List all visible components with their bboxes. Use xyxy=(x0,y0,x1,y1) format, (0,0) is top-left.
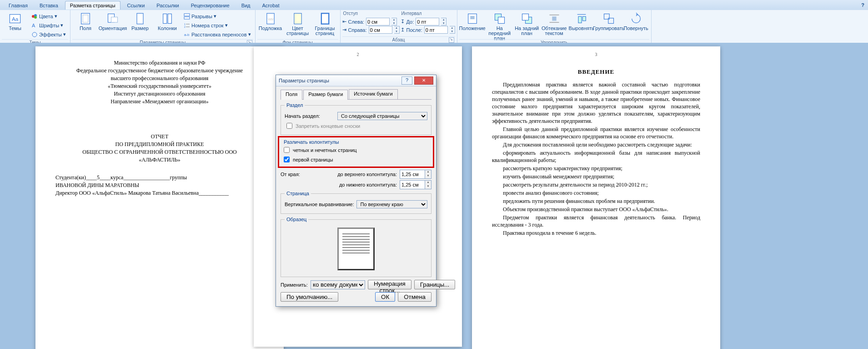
pagecolor-icon xyxy=(291,12,304,25)
svg-rect-23 xyxy=(294,13,301,24)
group-paragraph-title: Абзац↘ xyxy=(342,36,455,43)
indent-right-icon: ⇥ xyxy=(342,27,346,33)
indent-left-spin[interactable]: ▲▼ xyxy=(391,18,397,25)
svg-rect-12 xyxy=(163,14,167,24)
group-themes: Aa Темы Цвета ▾ AШрифты ▾ Эффекты ▾ Темы xyxy=(0,10,70,43)
tab-review[interactable]: Рецензирование xyxy=(186,1,235,10)
help-icon[interactable]: ? xyxy=(861,2,864,8)
orientation-icon xyxy=(106,12,119,25)
svg-point-6 xyxy=(32,32,37,37)
svg-rect-31 xyxy=(552,16,556,20)
tab-home[interactable]: Главная xyxy=(4,1,33,10)
spacing-label: Интервал xyxy=(401,11,455,17)
borders-icon xyxy=(319,12,331,25)
page-color-button[interactable]: Цвет страницы xyxy=(285,11,311,39)
svg-rect-36 xyxy=(582,16,586,20)
line-numbers-button[interactable]: 12Номера строк ▾ xyxy=(181,21,253,30)
svg-rect-15 xyxy=(184,17,190,19)
hyphenation-button[interactable]: a-bРасстановка переносов ▾ xyxy=(181,30,253,39)
svg-rect-35 xyxy=(578,16,582,23)
themes-label: Темы xyxy=(9,26,21,31)
effects-icon xyxy=(31,31,38,38)
ribbon-tabs: Главная Вставка Разметка страницы Ссылки… xyxy=(0,0,868,10)
linenumbers-icon: 12 xyxy=(184,22,190,29)
indent-label: Отступ xyxy=(342,11,400,17)
colors-icon xyxy=(31,13,38,20)
watermark-icon: WM xyxy=(264,12,277,25)
tab-references[interactable]: Ссылки xyxy=(122,1,150,10)
group-icon xyxy=(602,12,615,25)
bringfront-icon xyxy=(493,12,506,25)
tab-mailings[interactable]: Рассылки xyxy=(151,1,184,10)
group-paragraph: Отступ ⇤Слева:▲▼ ⇥Справа:▲▼ Интервал ↧До… xyxy=(341,10,457,43)
document-area: Министерство образования и науки РФ Феде… xyxy=(0,43,868,43)
columns-button[interactable]: Колонки xyxy=(154,11,181,39)
align-button[interactable]: Выровнять xyxy=(568,11,595,39)
breaks-icon xyxy=(184,13,190,20)
svg-rect-14 xyxy=(184,14,190,16)
wrap-icon xyxy=(548,12,561,25)
tab-acrobat[interactable]: Acrobat xyxy=(257,1,285,10)
sendback-icon xyxy=(521,12,533,25)
space-before-input[interactable] xyxy=(416,18,439,25)
svg-rect-26 xyxy=(470,16,474,19)
ribbon: Главная Вставка Разметка страницы Ссылки… xyxy=(0,0,868,43)
svg-text:A: A xyxy=(32,23,35,28)
svg-text:2: 2 xyxy=(184,25,186,28)
group-page-setup: Поля Ориентация Размер Колонки Разрывы ▾… xyxy=(70,10,255,43)
indent-left-input[interactable] xyxy=(366,18,390,25)
theme-effects[interactable]: Эффекты ▾ xyxy=(29,30,68,39)
theme-colors[interactable]: Цвета ▾ xyxy=(29,12,68,20)
space-before-spin[interactable]: ▲▼ xyxy=(441,18,447,25)
columns-icon xyxy=(161,12,174,25)
send-back-button[interactable]: На задний план xyxy=(514,11,540,39)
breaks-button[interactable]: Разрывы ▾ xyxy=(181,12,253,20)
group-button[interactable]: Группировать xyxy=(596,11,622,39)
size-button[interactable]: Размер xyxy=(127,11,153,39)
theme-fonts[interactable]: AШрифты ▾ xyxy=(29,21,68,30)
ribbon-groups: Aa Темы Цвета ▾ AШрифты ▾ Эффекты ▾ Темы… xyxy=(0,10,868,43)
svg-rect-28 xyxy=(498,17,504,24)
svg-rect-30 xyxy=(522,14,528,20)
position-button[interactable]: Положение xyxy=(459,11,486,39)
page-borders-button[interactable]: Границы страниц xyxy=(312,11,338,39)
align-icon xyxy=(575,12,588,25)
indent-right-input[interactable] xyxy=(369,26,392,34)
svg-rect-13 xyxy=(168,14,171,24)
svg-rect-24 xyxy=(321,13,328,24)
position-icon xyxy=(466,12,479,25)
themes-button[interactable]: Aa Темы xyxy=(2,11,28,39)
svg-rect-10 xyxy=(111,17,118,23)
wrap-button[interactable]: Обтекание текстом xyxy=(541,11,567,39)
svg-text:Aa: Aa xyxy=(12,16,19,22)
space-after-input[interactable] xyxy=(424,26,448,34)
bring-front-button[interactable]: На передний план xyxy=(487,11,513,39)
tab-view[interactable]: Вид xyxy=(236,1,256,10)
size-icon xyxy=(134,12,146,25)
svg-text:a-b: a-b xyxy=(184,33,190,37)
hyphenation-icon: a-b xyxy=(184,31,190,38)
space-after-spin[interactable]: ▲▼ xyxy=(450,26,455,34)
fonts-icon: A xyxy=(31,22,38,29)
orientation-button[interactable]: Ориентация xyxy=(100,11,126,39)
group-page-background: WMПодложка Цвет страницы Границы страниц… xyxy=(256,10,341,43)
group-arrange: Положение На передний план На задний пла… xyxy=(457,10,652,43)
space-after-icon: ↥ xyxy=(401,27,405,33)
margins-icon xyxy=(79,12,92,25)
margins-button[interactable]: Поля xyxy=(72,11,99,39)
indent-right-spin[interactable]: ▲▼ xyxy=(394,26,400,34)
tab-insert[interactable]: Вставка xyxy=(35,1,63,10)
paragraph-launcher[interactable]: ↘ xyxy=(449,37,454,43)
watermark-button[interactable]: WMПодложка xyxy=(257,11,284,39)
svg-text:WM: WM xyxy=(268,18,274,21)
indent-left-icon: ⇤ xyxy=(342,19,346,25)
space-before-icon: ↧ xyxy=(401,19,405,25)
themes-icon: Aa xyxy=(9,12,21,25)
tab-page-layout[interactable]: Разметка страницы xyxy=(65,1,120,10)
rotate-icon xyxy=(630,12,642,25)
svg-rect-11 xyxy=(137,13,143,24)
svg-point-4 xyxy=(34,16,37,19)
rotate-button[interactable]: Повернуть xyxy=(623,11,649,39)
